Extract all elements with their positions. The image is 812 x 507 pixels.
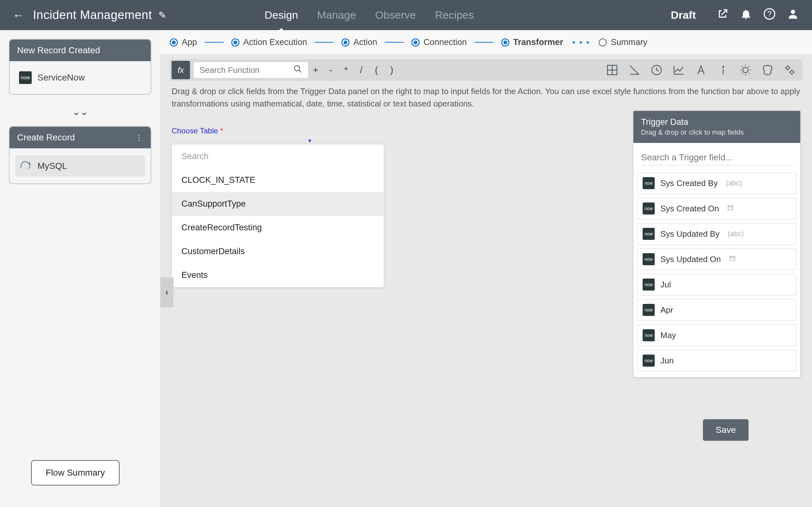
mysql-icon [19,158,32,173]
step-connector [315,42,334,43]
trigger-field-label: Sys Updated On [660,255,721,264]
step-transformer[interactable]: Transformer [501,38,563,47]
trigger-field-label: Sys Created By [660,178,718,188]
svg-rect-13 [728,206,733,210]
connector-mysql[interactable]: MySQL [15,155,145,176]
dropdown-item[interactable]: CreateRecordTesting [172,216,384,239]
fx-icon[interactable]: fx [171,61,190,79]
step-summary[interactable]: Summary [599,38,647,47]
info-icon[interactable] [717,64,729,76]
angle-icon[interactable] [628,64,641,76]
choose-table-dropdown[interactable]: ▾ Search CLOCK_IN_STATE CanSupportType C… [171,137,384,287]
math-icon[interactable] [606,64,618,76]
svg-point-3 [295,66,300,71]
op-paren-open[interactable]: ( [369,65,384,75]
function-bar: fx + - * / ( ) [170,59,803,81]
sidebar-card-trigger[interactable]: New Record Created now ServiceNow [9,39,151,95]
calendar-icon [727,205,734,213]
op-plus[interactable]: + [308,65,323,75]
step-connection[interactable]: Connection [411,38,467,47]
op-divide[interactable]: / [354,65,369,75]
trigger-field-label: Jun [660,356,674,366]
sidebar-card-action[interactable]: Create Record ⋯ MySQL [9,126,151,184]
svg-text:?: ? [768,10,772,18]
tab-manage[interactable]: Manage [308,0,366,30]
top-right-actions: Draft ? [671,8,799,23]
edit-icon[interactable]: ✎ [158,9,166,20]
help-icon[interactable]: ? [763,8,776,23]
trigger-field[interactable]: now Sys Created On [637,198,797,219]
tab-observe[interactable]: Observe [366,0,426,30]
text-icon[interactable] [695,64,707,76]
left-sidebar: New Record Created now ServiceNow ⌄⌄ Cre… [0,30,160,507]
tab-recipes[interactable]: Recipes [425,0,484,30]
step-dots [572,41,589,44]
dropdown-item[interactable]: Events [172,263,384,287]
card-header-action: Create Record ⋯ [9,127,151,148]
step-radio-icon [170,38,178,47]
svg-point-10 [743,67,748,73]
svg-line-4 [299,70,301,72]
idea-icon[interactable] [739,64,752,76]
trigger-field[interactable]: now Sys Created By (abc) [637,172,797,194]
servicenow-icon: now [19,71,32,84]
step-action-execution[interactable]: Action Execution [231,38,307,47]
trigger-field[interactable]: now Jul [637,274,797,295]
svg-point-12 [791,71,794,74]
servicenow-icon: now [643,203,655,215]
svg-point-2 [791,9,795,14]
op-paren-close[interactable]: ) [384,65,399,75]
user-icon[interactable] [786,8,799,23]
top-header: ← Incident Management ✎ Design Manage Ob… [0,0,812,30]
trigger-field[interactable]: now Apr [637,299,797,321]
op-minus[interactable]: - [323,65,339,75]
calendar-icon [729,255,735,263]
dropdown-item[interactable]: CLOCK_IN_STATE [172,168,384,192]
card-title: New Record Created [17,45,100,55]
search-function-input[interactable] [200,65,293,75]
search-function-box[interactable] [194,62,308,78]
function-category-icons [606,64,803,76]
trigger-field[interactable]: now Sys Updated By (abc) [637,223,797,245]
search-icon[interactable] [293,65,302,76]
tab-design[interactable]: Design [255,0,308,30]
connector-servicenow[interactable]: now ServiceNow [15,68,145,87]
clock-icon[interactable] [650,64,663,76]
connector-label: ServiceNow [38,72,85,83]
step-label: Action [353,38,377,47]
trigger-field[interactable]: now Jun [637,350,797,372]
brain-icon[interactable] [761,64,774,76]
dropdown-list: Search CLOCK_IN_STATE CanSupportType Cre… [171,144,384,287]
step-label: Connection [423,38,467,47]
step-app[interactable]: App [170,38,197,47]
top-tabs: Design Manage Observe Recipes [255,0,484,30]
card-header-trigger: New Record Created [9,40,151,61]
trigger-search-input[interactable] [641,150,793,165]
trigger-field[interactable]: now Sys Updated On [637,248,797,270]
dropdown-item[interactable]: CustomerDetails [172,239,384,263]
op-multiply[interactable]: * [339,65,354,75]
dropdown-search[interactable]: Search [172,145,384,168]
step-label: App [182,38,197,47]
servicenow-icon: now [643,177,655,189]
connector-label: MySQL [38,161,67,171]
open-external-icon[interactable] [716,8,729,23]
card-menu-icon[interactable]: ⋯ [135,134,144,141]
trigger-search-box[interactable] [633,143,800,169]
dropdown-item[interactable]: CanSupportType [172,192,384,216]
trigger-field[interactable]: now May [637,325,797,346]
servicenow-icon: now [643,329,655,341]
gears-icon[interactable] [783,64,796,76]
bell-icon[interactable] [740,8,752,23]
step-label: Action Execution [243,38,307,47]
chart-icon[interactable] [672,64,685,76]
save-button[interactable]: Save [703,419,749,441]
dropdown-caret-icon[interactable]: ▾ [171,137,384,144]
flow-summary-button[interactable]: Flow Summary [31,460,119,486]
step-label: Transformer [513,38,563,47]
collapse-sidebar-handle[interactable]: ‹ [160,277,173,307]
trigger-field-label: May [660,331,676,340]
step-action[interactable]: Action [341,38,377,47]
servicenow-icon: now [643,304,655,316]
back-arrow-icon[interactable]: ← [13,9,24,22]
